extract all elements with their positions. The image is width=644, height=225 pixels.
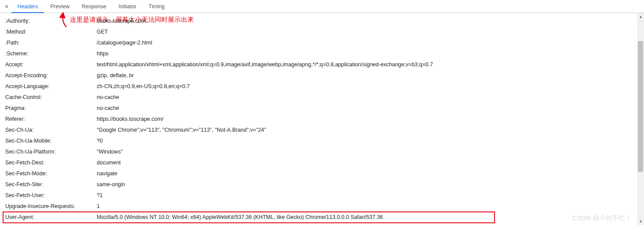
header-row[interactable]: Sec-Fetch-Mode:navigate xyxy=(5,168,644,179)
header-key: Sec-Ch-Ua: xyxy=(5,125,97,136)
header-value: document xyxy=(97,157,121,168)
header-row[interactable]: :Method:GET xyxy=(5,27,644,38)
header-value: no-cache xyxy=(97,92,119,103)
header-value: https://books.toscrape.com/ xyxy=(97,114,163,125)
header-row[interactable]: :Path:/catalogue/page-2.html xyxy=(5,38,644,48)
header-value: same-origin xyxy=(97,179,125,190)
header-row[interactable]: Sec-Ch-Ua-Platform:"Windows" xyxy=(5,147,644,157)
header-value: Mozilla/5.0 (Windows NT 10.0; Win64; x64… xyxy=(97,212,383,223)
header-value: books.toscrape.com xyxy=(97,16,146,27)
close-icon[interactable]: × xyxy=(2,3,11,10)
tab-preview[interactable]: Preview xyxy=(44,0,75,13)
header-row[interactable]: :Authority:books.toscrape.com xyxy=(5,16,644,27)
header-row[interactable]: Pragma:no-cache xyxy=(5,103,644,114)
tab-initiator[interactable]: Initiator xyxy=(112,0,142,13)
header-key: Pragma: xyxy=(5,103,97,114)
header-key: Cache-Control: xyxy=(5,92,97,103)
header-key: :Scheme: xyxy=(5,48,97,59)
tab-headers[interactable]: Headers xyxy=(11,0,44,13)
header-row[interactable]: Sec-Ch-Ua:"Google Chrome";v="113", "Chro… xyxy=(5,125,644,136)
header-row[interactable]: Cache-Control:no-cache xyxy=(5,92,644,103)
header-value: no-cache xyxy=(97,103,119,114)
header-row[interactable]: User-Agent:Mozilla/5.0 (Windows NT 10.0;… xyxy=(5,212,644,223)
header-value: https xyxy=(97,48,108,59)
scroll-down-icon[interactable]: ▾ xyxy=(637,218,644,225)
header-key: User-Agent: xyxy=(5,212,97,223)
header-key: Accept-Encoding: xyxy=(5,70,97,81)
header-value: 1 xyxy=(97,201,100,212)
header-key: Sec-Ch-Ua-Platform: xyxy=(5,147,97,157)
header-row[interactable]: Sec-Ch-Ua-Mobile:?0 xyxy=(5,136,644,147)
header-row[interactable]: Accept-Encoding:gzip, deflate, br xyxy=(5,70,644,81)
header-row[interactable]: Accept-Language:zh-CN,zh;q=0.9,en-US;q=0… xyxy=(5,81,644,92)
header-row[interactable]: :Scheme:https xyxy=(5,48,644,59)
scroll-thumb[interactable] xyxy=(638,41,643,172)
header-row[interactable]: Referer:https://books.toscrape.com/ xyxy=(5,114,644,125)
header-key: :Method: xyxy=(5,27,97,38)
tab-timing[interactable]: Timing xyxy=(142,0,171,13)
header-value: ?1 xyxy=(97,190,103,201)
header-key: Upgrade-Insecure-Requests: xyxy=(5,201,97,212)
header-value: zh-CN,zh;q=0.9,en-US;q=0.8,en;q=0.7 xyxy=(97,81,190,92)
header-value: ?0 xyxy=(97,136,103,147)
header-key: :Path: xyxy=(5,38,97,48)
header-key: Referer: xyxy=(5,114,97,125)
vertical-scrollbar[interactable]: ▴ ▾ xyxy=(637,13,644,225)
header-row[interactable]: Sec-Fetch-User:?1 xyxy=(5,190,644,201)
header-key: Sec-Fetch-Mode: xyxy=(5,168,97,179)
devtools-tabs: × Headers Preview Response Initiator Tim… xyxy=(0,0,644,13)
scroll-up-icon[interactable]: ▴ xyxy=(637,13,644,20)
header-value: GET xyxy=(97,27,108,38)
header-row[interactable]: Upgrade-Insecure-Requests:1 xyxy=(5,201,644,212)
header-key: Sec-Fetch-Dest: xyxy=(5,157,97,168)
header-row[interactable]: Accept:text/html,application/xhtml+xml,a… xyxy=(5,59,644,70)
header-key: :Authority: xyxy=(5,16,97,27)
tab-response[interactable]: Response xyxy=(76,0,112,13)
header-value: text/html,application/xhtml+xml,applicat… xyxy=(97,59,433,70)
header-value: "Google Chrome";v="113", "Chromium";v="1… xyxy=(97,125,266,136)
header-value: "Windows" xyxy=(97,147,123,157)
header-row[interactable]: Sec-Fetch-Dest:document xyxy=(5,157,644,168)
headers-panel: :Authority:books.toscrape.com:Method:GET… xyxy=(0,13,644,225)
header-key: Accept: xyxy=(5,59,97,70)
header-key: Accept-Language: xyxy=(5,81,97,92)
header-key: Sec-Fetch-User: xyxy=(5,190,97,201)
header-key: Sec-Ch-Ua-Mobile: xyxy=(5,136,97,147)
header-value: gzip, deflate, br xyxy=(97,70,134,81)
header-key: Sec-Fetch-Site: xyxy=(5,179,97,190)
header-value: navigate xyxy=(97,168,117,179)
header-value: /catalogue/page-2.html xyxy=(97,38,152,48)
header-row[interactable]: Sec-Fetch-Site:same-origin xyxy=(5,179,644,190)
